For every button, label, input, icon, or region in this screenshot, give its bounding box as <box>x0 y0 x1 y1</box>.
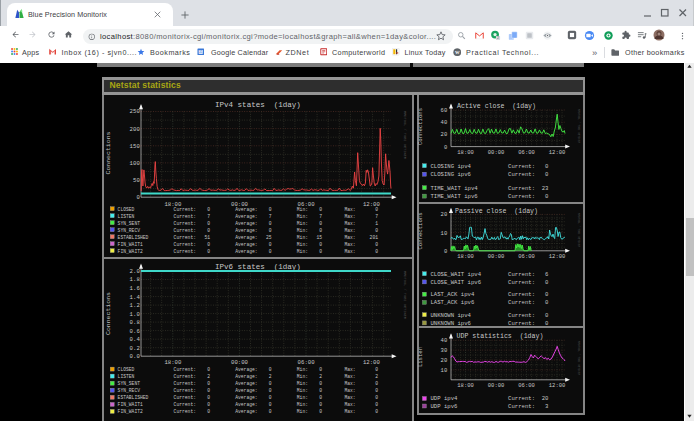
svg-text:1.8: 1.8 <box>130 277 140 283</box>
svg-text:1.4: 1.4 <box>130 295 140 301</box>
svg-text:0.8: 0.8 <box>130 320 140 326</box>
svg-text:12:00: 12:00 <box>363 360 380 366</box>
svg-text:06:00: 06:00 <box>518 254 535 260</box>
svg-text:TIME_WAIT ipv6 Current: TIME_WAIT ipv6 Current: 0 <box>431 193 550 200</box>
svg-text:30: 30 <box>441 348 448 354</box>
svg-text:0.0: 0.0 <box>130 354 140 360</box>
svg-text:Connections: Connections <box>418 213 424 250</box>
svg-text:60: 60 <box>441 108 448 114</box>
svg-text:TIME_WAIT ipv4 Current: TIME_WAIT ipv4 Current: 23 <box>431 185 549 192</box>
svg-text:RRDTOOL / TOBI OETIKER: RRDTOOL / TOBI OETIKER <box>403 111 407 159</box>
svg-text:Connections: Connections <box>105 131 112 174</box>
svg-text:100: 100 <box>130 161 140 167</box>
svg-text:06:00: 06:00 <box>518 150 535 156</box>
svg-text:0: 0 <box>444 145 447 151</box>
svg-text:12:00: 12:00 <box>549 254 566 260</box>
svg-text:06:00: 06:00 <box>518 383 535 389</box>
svg-text:FIN_WAIT1 Current:: FIN_WAIT1 Current: 0 Average: 0 Min: 0 M… <box>118 402 379 407</box>
svg-text:RRDTOOL / TOBI OETIKER: RRDTOOL / TOBI OETIKER <box>577 109 581 143</box>
svg-text:1.2: 1.2 <box>130 303 140 309</box>
svg-text:CLOSED Current:: CLOSED Current: 0 Average: 0 Min: 0 Max:… <box>118 207 379 212</box>
svg-text:CLOSE_WAIT ipv6 Current: CLOSE_WAIT ipv6 Current: 0 <box>431 279 550 286</box>
svg-text:SYN_SENT Current:: SYN_SENT Current: 0 Average: 0 Min: 0 Ma… <box>118 221 379 226</box>
svg-text:CLOSED Current:: CLOSED Current: 0 Average: 0 Min: 0 Max:… <box>118 367 379 372</box>
svg-text:UDP ipv4 Current: UDP ipv4 Current: 20 <box>431 395 550 402</box>
svg-text:CLOSE_WAIT ipv4 Current: CLOSE_WAIT ipv4 Current: 6 <box>431 271 549 278</box>
svg-text:00:00: 00:00 <box>488 150 505 156</box>
svg-text:SYN_RECV Current:: SYN_RECV Current: 0 Average: 0 Min: 0 Ma… <box>118 228 379 233</box>
svg-text:0.4: 0.4 <box>130 337 140 343</box>
svg-text:ESTABLISHED Current:: ESTABLISHED Current: 51 Average: 25 Min:… <box>118 235 379 240</box>
svg-text:RRDTOOL / TOBI OETIKER: RRDTOOL / TOBI OETIKER <box>577 213 581 247</box>
svg-text:LISTEN Current:: LISTEN Current: 7 Average: 7 Min: 7 Max:… <box>118 214 379 219</box>
svg-text:0.6: 0.6 <box>130 329 140 335</box>
svg-text:20: 20 <box>441 132 448 138</box>
svg-text:250: 250 <box>130 109 140 115</box>
svg-text:UNKNOWN ipv6 Current: UNKNOWN ipv6 Current: 0 <box>431 320 550 327</box>
svg-text:50: 50 <box>133 178 140 184</box>
svg-text:Listen: Listen <box>418 347 424 367</box>
svg-text:12:00: 12:00 <box>549 150 566 156</box>
svg-text:FIN_WAIT1 Current:: FIN_WAIT1 Current: 0 Average: 0 Min: 0 M… <box>118 242 379 247</box>
svg-text:Connections: Connections <box>418 108 424 145</box>
svg-text:150: 150 <box>130 144 140 150</box>
svg-text:20: 20 <box>441 358 448 364</box>
svg-text:IPv4 states (1day): IPv4 states (1day) <box>215 101 301 109</box>
svg-text:20: 20 <box>441 212 448 218</box>
svg-text:IPv6 states (1day): IPv6 states (1day) <box>215 263 301 271</box>
svg-text:1.6: 1.6 <box>130 286 140 292</box>
svg-text:UDP statistics (1day): UDP statistics (1day) <box>457 333 544 340</box>
svg-text:18:00: 18:00 <box>457 383 474 389</box>
svg-text:1.0: 1.0 <box>130 312 140 318</box>
svg-text:0.2: 0.2 <box>130 346 140 352</box>
svg-text:10: 10 <box>441 368 448 374</box>
svg-text:RRDTOOL / TOBI OETIKER: RRDTOOL / TOBI OETIKER <box>403 271 407 319</box>
svg-text:200: 200 <box>130 127 140 133</box>
svg-text:FIN_WAIT2 Current:: FIN_WAIT2 Current: 0 Average: 0 Min: 0 M… <box>118 249 379 254</box>
svg-text:10: 10 <box>441 231 448 237</box>
svg-text:FIN_WAIT2 Current:: FIN_WAIT2 Current: 0 Average: 0 Min: 0 M… <box>118 409 379 414</box>
svg-text:06:00: 06:00 <box>298 360 315 366</box>
svg-text:SYN_RECV Current:: SYN_RECV Current: 0 Average: 0 Min: 0 Ma… <box>118 388 379 393</box>
svg-text:0: 0 <box>136 195 139 201</box>
svg-text:12:00: 12:00 <box>549 383 566 389</box>
svg-text:ESTABLISHED Current:: ESTABLISHED Current: 0 Average: 0 Min: 0… <box>118 395 379 400</box>
svg-text:SYN_SENT Current:: SYN_SENT Current: 0 Average: 0 Min: 0 Ma… <box>118 381 379 386</box>
svg-text:Passive close (1day): Passive close (1day) <box>455 208 538 215</box>
svg-text:LAST_ACK ipv4 Current: LAST_ACK ipv4 Current: 0 <box>431 291 550 298</box>
svg-text:00:00: 00:00 <box>231 360 248 366</box>
svg-text:RRDTOOL / TOBI OETIKER: RRDTOOL / TOBI OETIKER <box>577 341 581 375</box>
svg-text:UDP ipv6 Current: UDP ipv6 Current: 3 <box>431 403 549 410</box>
svg-text:LISTEN Current:: LISTEN Current: 2 Average: 2 Min: 2 Max:… <box>118 374 379 379</box>
svg-text:LAST_ACK ipv6 Current: LAST_ACK ipv6 Current: 0 <box>431 299 550 306</box>
svg-text:18:00: 18:00 <box>457 150 474 156</box>
svg-text:40: 40 <box>441 120 448 126</box>
svg-text:2.0: 2.0 <box>130 269 140 275</box>
svg-text:18:00: 18:00 <box>457 254 474 260</box>
svg-text:UNKNOWN ipv4 Current: UNKNOWN ipv4 Current: 0 <box>431 312 550 319</box>
svg-text:18:00: 18:00 <box>164 360 181 366</box>
svg-text:00:00: 00:00 <box>488 383 505 389</box>
svg-text:00:00: 00:00 <box>488 254 505 260</box>
svg-text:CLOSING ipv4 Current: CLOSING ipv4 Current: 0 <box>431 163 550 170</box>
svg-text:Connections: Connections <box>105 292 112 335</box>
svg-text:Active close (1day): Active close (1day) <box>457 103 536 110</box>
svg-text:40: 40 <box>441 338 448 344</box>
svg-text:CLOSING ipv6 Current: CLOSING ipv6 Current: 0 <box>431 171 550 178</box>
svg-text:0: 0 <box>444 249 447 255</box>
